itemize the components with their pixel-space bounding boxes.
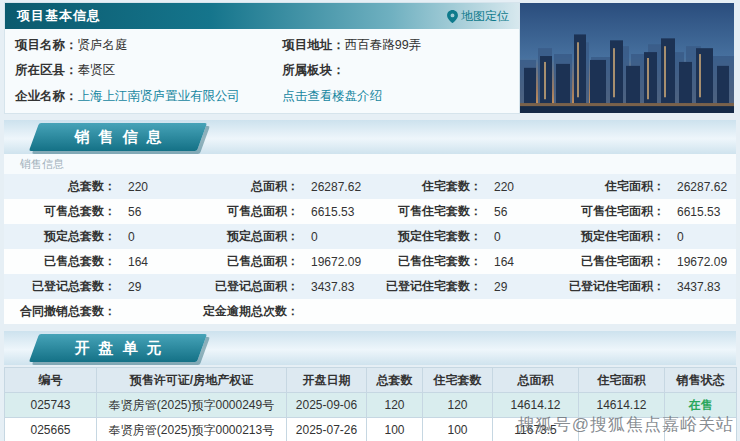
sales-field-value: 3437.83 bbox=[311, 280, 354, 294]
project-info-panel: 项目基本信息 地图定位 项目名称： 贤庐名庭 项目地址： 西百春路99弄 所在区… bbox=[4, 2, 520, 114]
unit-open-date: 2025-07-26 bbox=[287, 418, 367, 441]
sales-field: 已登记住宅面积：3437.83 bbox=[553, 278, 736, 295]
sales-field-value: 29 bbox=[128, 280, 141, 294]
sales-row: 预定总套数：0 预定总面积：0 预定住宅套数：0 预定住宅面积：0 bbox=[4, 224, 736, 249]
sales-field-label: 已登记总面积： bbox=[187, 278, 299, 295]
sales-field-value: 19672.09 bbox=[677, 255, 727, 269]
sales-field-value: 0 bbox=[311, 230, 318, 244]
project-fields: 项目名称： 贤庐名庭 项目地址： 西百春路99弄 所在区县： 奉贤区 所属板块：… bbox=[5, 29, 519, 113]
units-col-residential-units: 住宅套数 bbox=[423, 368, 493, 393]
sales-field-value: 220 bbox=[494, 180, 514, 194]
sales-field: 总面积：26287.62 bbox=[187, 178, 370, 195]
units-col-sales-status: 销售状态 bbox=[665, 368, 737, 393]
units-col-permit: 预售许可证/房地产权证 bbox=[97, 368, 287, 393]
unit-total-units: 120 bbox=[367, 393, 423, 418]
sales-field-label: 总面积： bbox=[187, 178, 299, 195]
sales-field-label: 定金逾期总次数： bbox=[187, 303, 299, 320]
unit-residential-units: 100 bbox=[423, 418, 493, 441]
sales-field-label: 可售住宅面积： bbox=[553, 203, 665, 220]
project-district-row: 所在区县： 奉贤区 bbox=[5, 63, 272, 78]
sales-field-label: 已售住宅面积： bbox=[553, 253, 665, 270]
sales-section-band: 销售信息 bbox=[4, 120, 736, 154]
project-info-titlebar: 项目基本信息 地图定位 bbox=[5, 3, 519, 29]
sohu-watermark: 搜狐号@搜狐焦点嘉峪关站 bbox=[518, 413, 734, 436]
project-company-label: 企业名称： bbox=[15, 89, 78, 104]
sales-field-label: 预定住宅套数： bbox=[370, 228, 482, 245]
project-block-row: 所属板块： bbox=[272, 63, 519, 78]
sales-field-label: 已售住宅套数： bbox=[370, 253, 482, 270]
units-col-total-area: 总面积 bbox=[493, 368, 579, 393]
sales-field-label: 预定总面积： bbox=[187, 228, 299, 245]
project-intro-row: 点击查看楼盘介绍 bbox=[272, 89, 519, 104]
sales-field-value: 0 bbox=[128, 230, 135, 244]
sales-field-value: 26287.62 bbox=[311, 180, 361, 194]
unit-open-date: 2025-09-06 bbox=[287, 393, 367, 418]
project-name-label: 项目名称： bbox=[15, 38, 78, 53]
project-address-value: 西百春路99弄 bbox=[345, 38, 421, 53]
sales-row: 合同撤销总套数： 定金逾期总次数： bbox=[4, 299, 736, 324]
unit-id: 025665 bbox=[5, 418, 97, 441]
sales-field-value: 0 bbox=[677, 230, 684, 244]
property-info-page: { "project": { "title": "项目基本信息", "map_l… bbox=[0, 0, 740, 441]
project-district-value: 奉贤区 bbox=[78, 63, 116, 78]
map-pin-icon bbox=[447, 10, 458, 23]
sales-field-value: 220 bbox=[128, 180, 148, 194]
sales-field: 已售总面积：19672.09 bbox=[187, 253, 370, 270]
sales-field-value: 56 bbox=[128, 205, 141, 219]
sales-field: 住宅套数：220 bbox=[370, 178, 553, 195]
sales-field: 预定总面积：0 bbox=[187, 228, 370, 245]
sales-row: 可售总套数：56 可售总面积：6615.53 可售住宅套数：56 可售住宅面积：… bbox=[4, 199, 736, 224]
project-district-label: 所在区县： bbox=[15, 63, 78, 78]
sales-field-label: 可售住宅套数： bbox=[370, 203, 482, 220]
unit-id: 025743 bbox=[5, 393, 97, 418]
sales-field: 合同撤销总套数： bbox=[4, 303, 187, 320]
project-basic-info-section: 项目基本信息 地图定位 项目名称： 贤庐名庭 项目地址： 西百春路99弄 所在区… bbox=[4, 2, 736, 114]
units-col-total-units: 总套数 bbox=[367, 368, 423, 393]
sales-field: 总套数：220 bbox=[4, 178, 187, 195]
map-locate-link[interactable]: 地图定位 bbox=[447, 8, 519, 25]
sales-field-value: 19672.09 bbox=[311, 255, 361, 269]
sales-field-label: 预定住宅面积： bbox=[553, 228, 665, 245]
sales-field-value: 56 bbox=[494, 205, 507, 219]
sales-section-header: 销售信息 bbox=[29, 123, 207, 151]
project-address-row: 项目地址： 西百春路99弄 bbox=[272, 38, 519, 53]
project-company-link[interactable]: 上海上江南贤庐置业有限公司 bbox=[78, 89, 241, 104]
sales-field-label: 已登记住宅面积： bbox=[553, 278, 665, 295]
sales-field-value: 3437.83 bbox=[677, 280, 720, 294]
sales-field-label: 总套数： bbox=[4, 178, 116, 195]
sales-field: 预定总套数：0 bbox=[4, 228, 187, 245]
sales-field: 可售住宅面积：6615.53 bbox=[553, 203, 736, 220]
map-locate-label: 地图定位 bbox=[461, 8, 509, 25]
sales-field: 已登记总面积：3437.83 bbox=[187, 278, 370, 295]
units-section-header: 开盘单元 bbox=[29, 334, 207, 362]
sales-field: 预定住宅套数：0 bbox=[370, 228, 553, 245]
sales-field: 可售住宅套数：56 bbox=[370, 203, 553, 220]
project-name-value: 贤庐名庭 bbox=[78, 38, 128, 53]
units-col-residential-area: 住宅面积 bbox=[579, 368, 665, 393]
project-address-label: 项目地址： bbox=[282, 38, 345, 53]
sales-row: 总套数：220 总面积：26287.62 住宅套数：220 住宅面积：26287… bbox=[4, 174, 736, 199]
sales-section-title: 销售信息 bbox=[34, 123, 202, 151]
unit-permit: 奉贤房管(2025)预字0000213号 bbox=[97, 418, 287, 441]
sales-field-value: 6615.53 bbox=[311, 205, 354, 219]
sales-field-value: 164 bbox=[494, 255, 514, 269]
sales-field: 已售住宅面积：19672.09 bbox=[553, 253, 736, 270]
sales-row: 已售总套数：164 已售总面积：19672.09 已售住宅套数：164 已售住宅… bbox=[4, 249, 736, 274]
sales-field: 可售总套数：56 bbox=[4, 203, 187, 220]
sales-field-label: 住宅套数： bbox=[370, 178, 482, 195]
sales-field: 已售住宅套数：164 bbox=[370, 253, 553, 270]
project-name-row: 项目名称： 贤庐名庭 bbox=[5, 38, 272, 53]
project-block-label: 所属板块： bbox=[282, 63, 345, 78]
sales-field-label: 合同撤销总套数： bbox=[4, 303, 116, 320]
sales-field-value: 164 bbox=[128, 255, 148, 269]
sales-row: 已登记总套数：29 已登记总面积：3437.83 已登记住宅套数：29 已登记住… bbox=[4, 274, 736, 299]
units-header-row: 编号 预售许可证/房地产权证 开盘日期 总套数 住宅套数 总面积 住宅面积 销售… bbox=[5, 368, 737, 393]
units-col-open-date: 开盘日期 bbox=[287, 368, 367, 393]
sales-field: 已售总套数：164 bbox=[4, 253, 187, 270]
sales-field: 住宅面积：26287.62 bbox=[553, 178, 736, 195]
view-intro-link[interactable]: 点击查看楼盘介绍 bbox=[282, 89, 382, 104]
sales-field-label: 预定总套数： bbox=[4, 228, 116, 245]
unit-total-units: 100 bbox=[367, 418, 423, 441]
sales-field-label: 已登记总套数： bbox=[4, 278, 116, 295]
sales-field-label: 已售总套数： bbox=[4, 253, 116, 270]
